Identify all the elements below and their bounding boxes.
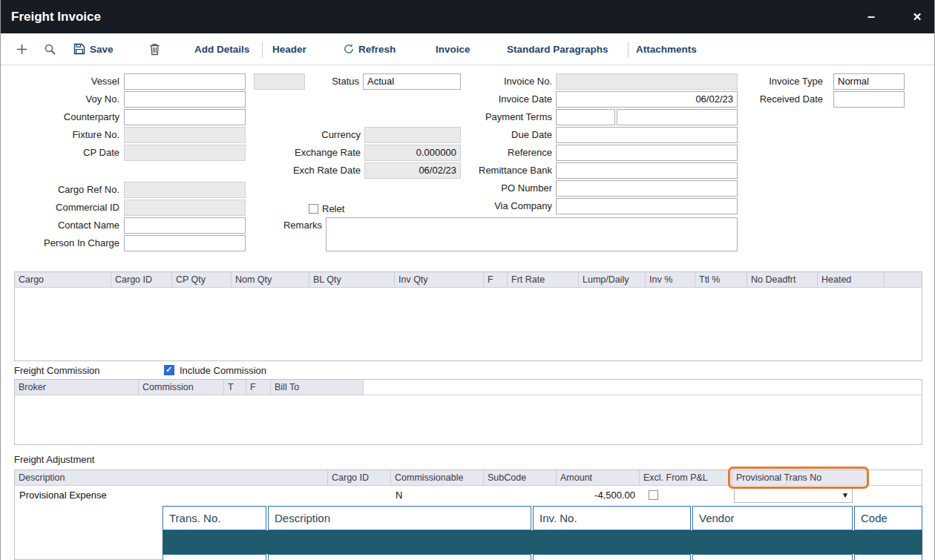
column-header-cargo-id[interactable]: Cargo ID [328,470,391,485]
attachments-button[interactable]: Attachments [636,33,697,65]
dropdown-arrow-icon[interactable]: ▼ [842,491,849,500]
refresh-icon[interactable] [343,43,355,58]
invoice-type-label: Invoice Type [712,73,823,90]
remittance-bank-field[interactable] [556,162,738,179]
invoice-type-field[interactable]: Normal [833,73,905,90]
popup-next-row[interactable] [163,554,922,560]
popup-column-vendor[interactable]: Vendor [692,506,853,530]
received-date-field[interactable] [833,91,905,108]
via-company-field[interactable] [556,198,738,214]
vessel-label: Vessel [8,73,119,90]
column-header-f[interactable]: F [246,380,271,395]
remittance-bank-label: Remittance Bank [441,162,552,179]
popup-selected-row[interactable] [163,530,922,554]
adjustment-cargo-id-cell[interactable] [328,486,391,505]
column-header-heated[interactable]: Heated [818,272,885,287]
column-header-bill-to[interactable]: Bill To [271,380,364,395]
popup-cell[interactable] [533,554,691,560]
column-header-nom-qty[interactable]: Nom Qty [232,272,309,287]
column-header-bl-qty[interactable]: BL Qty [309,272,395,287]
column-header-description[interactable]: Description [15,470,328,485]
column-header-subcode[interactable]: SubCode [484,470,557,485]
popup-cell[interactable] [268,554,531,560]
column-header-provisional-trans-no[interactable]: Provisional Trans No [732,470,868,485]
column-header-lump-daily[interactable]: Lump/Daily [579,272,646,287]
person-in-charge-field[interactable] [124,235,246,251]
freight-adjustment-grid-header: Description Cargo ID Commissionable SubC… [15,470,922,486]
column-header-commission[interactable]: Commission [139,380,224,395]
remarks-label: Remarks [248,217,322,234]
commercial-id-field [124,200,246,216]
provisional-trans-no-combobox[interactable]: ▼ [734,488,853,503]
counterparty-label: Counterparty [8,109,119,125]
excl-from-pl-checkbox[interactable] [649,490,658,500]
provisional-trans-dropdown-popup: Trans. No. Description Inv. No. Vendor C… [163,506,922,560]
vessel-field[interactable] [124,73,246,90]
cargo-ref-no-field [124,182,246,198]
cp-date-label: CP Date [8,145,119,161]
delete-icon[interactable] [149,43,160,59]
add-icon[interactable] [16,43,28,59]
popup-column-trans-no[interactable]: Trans. No. [163,506,266,530]
adjustment-description-cell[interactable]: Provisional Expense [15,486,328,505]
toolbar: Save Add Details Header Refresh Invoice … [1,33,934,65]
adjustment-commissionable-cell[interactable]: N [391,486,484,505]
popup-cell[interactable] [854,554,922,560]
payment-terms-field[interactable] [617,109,738,125]
close-button[interactable]: ✕ [906,0,928,33]
fixture-no-field [124,127,246,143]
due-date-field[interactable] [556,127,738,143]
header-button[interactable]: Header [272,33,306,65]
toolbar-divider [262,42,263,57]
minimize-button[interactable]: – [860,0,882,33]
column-header-broker[interactable]: Broker [15,380,139,395]
column-header-inv-pct[interactable]: Inv % [646,272,695,287]
column-header-commissionable[interactable]: Commissionable [391,470,484,485]
cargo-grid-body[interactable] [15,288,922,361]
popup-cell[interactable] [692,554,853,560]
status-label: Status [285,73,359,90]
column-header-ttl-pct[interactable]: Ttl % [695,272,747,287]
standard-paragraphs-button[interactable]: Standard Paragraphs [507,33,608,65]
adjustment-prov-trans-cell: ▼ [732,486,868,505]
column-header-excl-from-pl[interactable]: Excl. From P&L [640,470,732,485]
column-header-frt-rate[interactable]: Frt Rate [508,272,579,287]
refresh-button[interactable]: Refresh [358,33,396,65]
include-commission-checkbox[interactable] [164,365,174,375]
save-button[interactable]: Save [90,33,114,65]
fixture-no-label: Fixture No. [8,127,119,143]
popup-cell[interactable] [163,554,266,560]
popup-column-inv-no[interactable]: Inv. No. [533,506,691,530]
search-icon[interactable] [44,43,56,59]
invoice-button[interactable]: Invoice [436,33,470,65]
adjustment-row[interactable]: Provisional Expense N -4,500.00 ▼ [15,486,922,505]
popup-column-code[interactable]: Code [854,506,922,530]
column-header-amount[interactable]: Amount [557,470,640,485]
adjustment-subcode-cell[interactable] [484,486,557,505]
column-header-inv-qty[interactable]: Inv Qty [395,272,484,287]
remarks-field[interactable] [326,217,738,251]
adjustment-amount-cell[interactable]: -4,500.00 [557,486,640,505]
column-header-t[interactable]: T [224,380,246,395]
broker-grid-body[interactable] [15,395,922,445]
add-details-button[interactable]: Add Details [194,33,249,65]
po-number-field[interactable] [556,180,738,197]
payment-terms-code-field[interactable] [556,109,615,125]
column-header-no-deadfrt[interactable]: No Deadfrt [747,272,818,287]
counterparty-field[interactable] [124,109,246,125]
voy-no-field[interactable] [124,91,246,108]
invoice-date-field[interactable]: 06/02/23 [556,91,738,108]
column-header-cp-qty[interactable]: CP Qty [172,272,232,287]
relet-checkbox[interactable] [309,204,318,214]
broker-grid: Broker Commission T F Bill To [14,379,922,445]
popup-column-description[interactable]: Description [268,506,531,530]
column-header-cargo-id[interactable]: Cargo ID [111,272,172,287]
save-icon[interactable] [73,43,85,58]
column-header-filler [364,380,922,395]
invoice-date-label: Invoice Date [441,91,552,108]
freight-invoice-window: Freight Invoice – ✕ Save Add Details Hea… [0,0,935,560]
contact-name-field[interactable] [124,217,246,234]
column-header-f[interactable]: F [484,272,508,287]
reference-field[interactable] [556,145,738,161]
column-header-cargo[interactable]: Cargo [15,272,111,287]
